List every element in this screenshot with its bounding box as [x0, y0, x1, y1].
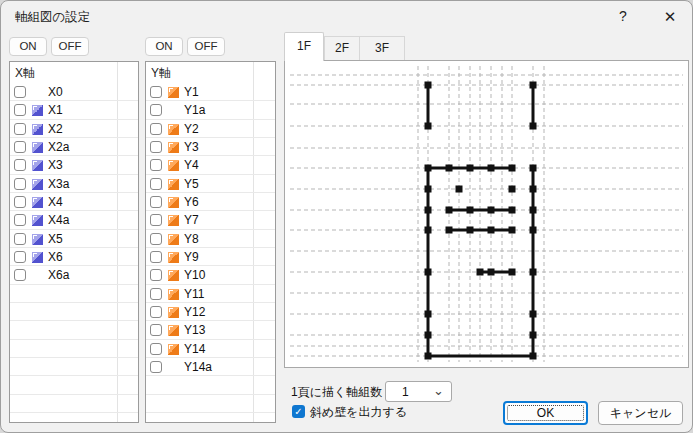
item-checkbox[interactable] — [150, 324, 162, 336]
tab-3f[interactable]: 3F — [360, 36, 405, 61]
wall-axis-icon — [168, 344, 179, 355]
x-axis-on-button[interactable]: ON — [9, 37, 47, 56]
column-node — [530, 353, 537, 360]
item-checkbox[interactable] — [14, 233, 26, 245]
item-checkbox[interactable] — [14, 123, 26, 135]
list-item[interactable]: Y11 — [146, 285, 275, 303]
item-checkbox[interactable] — [150, 251, 162, 263]
wall-axis-icon — [168, 197, 179, 208]
list-item[interactable]: Y6 — [146, 193, 275, 211]
list-item[interactable]: X2 — [10, 120, 138, 138]
item-label: X2a — [48, 140, 69, 154]
item-label: Y3 — [184, 140, 199, 154]
list-item[interactable]: X5 — [10, 230, 138, 248]
item-checkbox[interactable] — [150, 361, 162, 373]
column-node — [509, 207, 516, 214]
tab-2f[interactable]: 2F — [324, 36, 360, 61]
axes-per-page-value: 1 — [402, 385, 409, 399]
item-checkbox[interactable] — [14, 178, 26, 190]
item-checkbox[interactable] — [150, 141, 162, 153]
list-item[interactable]: Y5 — [146, 175, 275, 193]
help-icon[interactable]: ? — [607, 4, 639, 29]
wall-axis-icon — [168, 87, 179, 98]
item-checkbox[interactable] — [150, 269, 162, 281]
item-checkbox[interactable] — [150, 306, 162, 318]
list-item[interactable]: X4a — [10, 211, 138, 229]
item-checkbox[interactable] — [150, 288, 162, 300]
list-item[interactable]: Y13 — [146, 321, 275, 339]
list-item[interactable]: X6 — [10, 248, 138, 266]
item-label: X3a — [48, 177, 69, 191]
wall-axis-icon — [32, 215, 43, 226]
list-item[interactable]: Y9 — [146, 248, 275, 266]
list-item[interactable]: X2a — [10, 138, 138, 156]
item-checkbox[interactable] — [150, 104, 162, 116]
item-checkbox[interactable] — [150, 214, 162, 226]
axes-per-page-select[interactable]: 1 ⌄ — [385, 381, 452, 402]
ok-button[interactable]: OK — [503, 401, 588, 425]
list-item[interactable]: Y4 — [146, 156, 275, 174]
item-checkbox[interactable] — [150, 233, 162, 245]
wall-axis-icon — [168, 307, 179, 318]
item-checkbox[interactable] — [14, 196, 26, 208]
item-checkbox[interactable] — [14, 269, 26, 281]
list-item[interactable]: Y10 — [146, 266, 275, 284]
list-item[interactable]: Y3 — [146, 138, 275, 156]
item-checkbox[interactable] — [150, 86, 162, 98]
column-node — [530, 123, 537, 130]
list-item[interactable]: Y12 — [146, 303, 275, 321]
y-axis-on-button[interactable]: ON — [145, 37, 183, 56]
item-label: X6a — [48, 268, 69, 282]
item-checkbox[interactable] — [14, 214, 26, 226]
list-item[interactable]: Y14 — [146, 340, 275, 358]
item-checkbox[interactable] — [150, 178, 162, 190]
list-item[interactable]: X3 — [10, 156, 138, 174]
dialog-title: 軸組図の設定 — [15, 9, 90, 26]
axes-per-page-label: 1頁に描く軸組数 — [291, 384, 382, 401]
titlebar[interactable]: 軸組図の設定 ? ✕ — [1, 1, 692, 31]
item-checkbox[interactable] — [150, 343, 162, 355]
list-item[interactable]: Y1a — [146, 101, 275, 119]
list-item[interactable]: X6a — [10, 266, 138, 284]
column-node — [467, 207, 474, 214]
x-axis-off-button[interactable]: OFF — [51, 37, 89, 56]
tab-1f[interactable]: 1F — [284, 32, 324, 61]
list-item[interactable]: Y1 — [146, 83, 275, 101]
list-item[interactable]: Y14a — [146, 358, 275, 376]
item-checkbox[interactable] — [14, 141, 26, 153]
item-checkbox[interactable] — [150, 123, 162, 135]
item-label: X0 — [48, 85, 63, 99]
column-node — [446, 227, 453, 234]
wall-axis-icon — [168, 325, 179, 336]
column-node — [446, 165, 453, 172]
list-item[interactable]: Y7 — [146, 211, 275, 229]
item-label: X5 — [48, 232, 63, 246]
list-item[interactable]: X0 — [10, 83, 138, 101]
list-item[interactable]: Y2 — [146, 120, 275, 138]
list-item[interactable]: X3a — [10, 175, 138, 193]
cancel-button[interactable]: キャンセル — [598, 401, 683, 425]
column-node — [530, 207, 537, 214]
diagonal-wall-checkbox[interactable]: ✓ — [292, 405, 305, 418]
item-label: X4a — [48, 213, 69, 227]
column-node — [509, 269, 516, 276]
item-checkbox[interactable] — [150, 196, 162, 208]
column-node — [446, 207, 453, 214]
list-item[interactable]: X1 — [10, 101, 138, 119]
item-checkbox[interactable] — [14, 159, 26, 171]
close-icon[interactable]: ✕ — [651, 4, 689, 29]
x-axis-list[interactable]: X軸 X0X1X2X2aX3X3aX4X4aX5X6X6a — [9, 61, 139, 423]
item-checkbox[interactable] — [14, 104, 26, 116]
item-checkbox[interactable] — [14, 251, 26, 263]
column-node — [530, 269, 537, 276]
item-checkbox[interactable] — [14, 86, 26, 98]
wall-axis-icon — [168, 142, 179, 153]
item-checkbox[interactable] — [150, 159, 162, 171]
column-node — [456, 186, 463, 193]
list-item[interactable]: X4 — [10, 193, 138, 211]
axis-framing-settings-dialog: 軸組図の設定 ? ✕ ON OFF ON OFF X軸 X0X1X2X2aX3X… — [0, 0, 693, 433]
list-item[interactable]: Y8 — [146, 230, 275, 248]
y-axis-off-button[interactable]: OFF — [187, 37, 225, 56]
y-axis-list[interactable]: Y軸 Y1Y1aY2Y3Y4Y5Y6Y7Y8Y9Y10Y11Y12Y13Y14Y… — [145, 61, 276, 423]
column-node — [530, 186, 537, 193]
